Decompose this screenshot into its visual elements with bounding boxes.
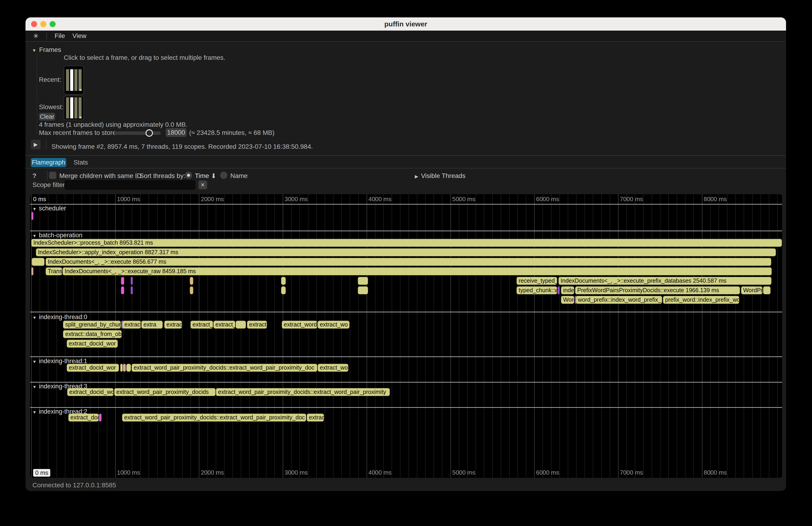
scope-bar[interactable]: [281, 277, 286, 285]
scope-bar[interactable]: WordPr: [741, 287, 763, 294]
scope-bar[interactable]: extract::data_from_ob: [63, 330, 121, 338]
scope-bar[interactable]: extract_wo: [318, 321, 349, 328]
thread-header[interactable]: ▼batch-operation: [32, 232, 82, 239]
scope-bar[interactable]: extract_: [190, 321, 213, 328]
scope-bar[interactable]: extract_doc: [68, 414, 99, 422]
visible-threads-toggle[interactable]: ▶Visible Threads: [415, 172, 466, 179]
menu-view[interactable]: View: [73, 32, 86, 40]
sort-name-radio[interactable]: [220, 172, 227, 179]
scope-bar[interactable]: index: [561, 287, 574, 294]
scope-bar[interactable]: [358, 287, 368, 294]
max-frames-slider[interactable]: [114, 131, 161, 135]
scope-bar[interactable]: [121, 277, 124, 285]
sort-time-radio[interactable]: [185, 172, 192, 179]
sort-direction-icon[interactable]: ⬇: [211, 172, 216, 180]
scope-bar[interactable]: [121, 287, 124, 294]
menu-file[interactable]: File: [55, 32, 65, 40]
thread-header[interactable]: ▼scheduler: [32, 205, 66, 212]
scope-bar[interactable]: [31, 212, 33, 220]
scope-bar[interactable]: receive_typed_: [517, 277, 557, 285]
tab-flamegraph[interactable]: Flamegraph: [31, 158, 66, 167]
scope-bar[interactable]: extra: [141, 321, 163, 328]
theme-toggle-icon[interactable]: ✳: [33, 32, 39, 40]
scope-bar[interactable]: typed_chunk::w: [517, 287, 557, 294]
thread-header[interactable]: ▼indexing-thread:0: [32, 313, 87, 321]
minor-gridline: [476, 194, 476, 478]
slowest-frames-thumbnail[interactable]: [64, 96, 84, 120]
max-frames-value[interactable]: 18000: [166, 128, 187, 137]
time-tick-label: 6000 ms: [536, 469, 559, 476]
scope-bar[interactable]: prefix_word::index_prefix_wo: [663, 296, 739, 304]
scope-bar[interactable]: [126, 364, 131, 372]
minor-gridline: [190, 194, 191, 478]
sort-threads-label: Sort threads by:: [140, 172, 185, 179]
minor-gridline: [300, 194, 300, 478]
scope-bar[interactable]: [557, 287, 560, 294]
scope-bar[interactable]: [123, 364, 126, 372]
scope-bar[interactable]: extract_docid_word: [67, 388, 114, 396]
scope-bar[interactable]: extract_word_pair_proximity_docids::extr…: [132, 364, 317, 372]
scope-bar[interactable]: extract: [247, 321, 267, 328]
section-divider: [30, 204, 782, 205]
scope-bar[interactable]: extract_word_pair_proximity_docids::extr…: [122, 414, 306, 422]
clear-filter-button[interactable]: ✕: [198, 180, 207, 189]
scope-bar[interactable]: [99, 414, 102, 422]
scope-bar[interactable]: [131, 277, 133, 285]
frame-bar: [74, 69, 77, 91]
scope-bar[interactable]: extrac: [307, 414, 324, 422]
tab-stats[interactable]: Stats: [71, 158, 91, 167]
scope-bar[interactable]: word_prefix::index_word_prefix_: [576, 296, 662, 304]
minor-gridline: [400, 194, 401, 478]
scope-bar[interactable]: [358, 277, 368, 285]
window-title: puffin viewer: [26, 17, 786, 31]
scope-bar[interactable]: extract_word_pair_proximity_docids: [114, 388, 216, 396]
scope-bar[interactable]: [236, 321, 246, 328]
scope-bar[interactable]: [31, 267, 33, 275]
frames-section-header[interactable]: ▼Frames: [32, 46, 61, 54]
minor-gridline: [626, 194, 627, 478]
scope-bar[interactable]: [32, 258, 44, 266]
scope-bar[interactable]: IndexDocuments<_, _>::execute_raw 8459.1…: [62, 267, 772, 275]
slider-knob[interactable]: [146, 129, 153, 137]
frame-bar: [74, 97, 77, 118]
scope-bar[interactable]: [281, 287, 286, 294]
scope-bar[interactable]: [763, 287, 770, 294]
frame-bar: [78, 97, 82, 118]
scope-bar[interactable]: IndexDocuments<_, _>::execute_prefix_dat…: [559, 277, 771, 285]
minor-gridline: [148, 194, 149, 478]
scope-bar[interactable]: extract: [122, 321, 141, 328]
scope-bar[interactable]: [120, 364, 122, 372]
scope-bar[interactable]: extract_word_pair_proximity_docids::extr…: [216, 388, 390, 396]
scope-bar[interactable]: extract_word: [282, 321, 317, 328]
frame-info: Showing frame #2, 8957.4 ms, 7 threads, …: [52, 143, 313, 150]
scope-bar[interactable]: [131, 287, 133, 294]
merge-children-checkbox[interactable]: [49, 172, 56, 179]
scope-bar[interactable]: PrefixWordPairsProximityDocids::execute …: [575, 287, 740, 294]
minor-gridline: [693, 194, 694, 478]
scope-bar[interactable]: extract_docid_wor: [67, 364, 119, 372]
recent-frames-thumbnail[interactable]: [64, 65, 84, 94]
scope-bar[interactable]: [190, 277, 193, 285]
scope-bar[interactable]: Word: [561, 296, 574, 304]
help-button[interactable]: ?: [32, 172, 37, 179]
scope-bar[interactable]: IndexScheduler>::process_batch 8953.821 …: [31, 239, 782, 247]
scope-bar[interactable]: IndexDocuments<_, _>::execute 8656.677 m…: [46, 258, 771, 266]
play-button[interactable]: ▶: [31, 140, 41, 149]
scope-bar[interactable]: IndexScheduler>::apply_index_operation 8…: [36, 248, 776, 256]
scope-bar[interactable]: Trans: [46, 267, 62, 275]
scope-filter-input[interactable]: [64, 180, 195, 190]
scope-bar[interactable]: extract_wo: [318, 364, 348, 372]
minor-gridline: [735, 194, 736, 478]
clear-button[interactable]: Clear: [39, 113, 55, 120]
scope-bar[interactable]: extract_docid_wor: [67, 340, 118, 348]
scope-bar[interactable]: extrac: [164, 321, 182, 328]
minor-gridline: [174, 194, 174, 478]
scope-bar[interactable]: [190, 287, 193, 294]
minor-gridline: [643, 194, 643, 478]
flamegraph-canvas[interactable]: 0 ms0 ms1000 ms1000 ms2000 ms2000 ms3000…: [30, 194, 782, 478]
scope-bar[interactable]: extract_: [214, 321, 235, 328]
section-divider: [30, 407, 782, 408]
minor-gridline: [132, 194, 132, 478]
scope-bar[interactable]: split_grenad_by_chun: [63, 321, 121, 328]
frames-hint: Click to select a frame, or drag to sele…: [64, 54, 225, 61]
